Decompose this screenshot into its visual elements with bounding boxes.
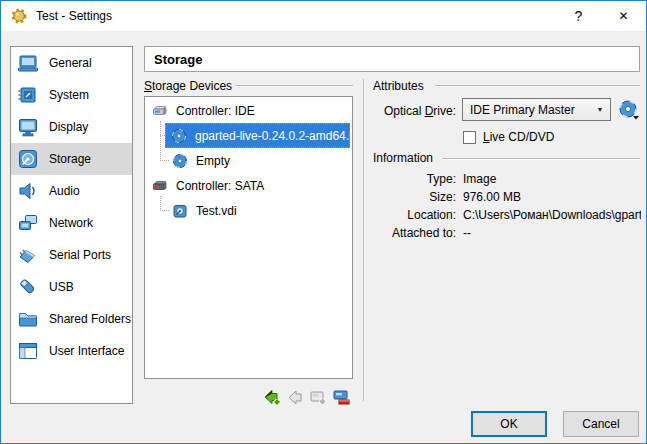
sidebar-item-serial-ports[interactable]: Serial Ports bbox=[11, 239, 132, 271]
tree-item-gparted-iso[interactable]: gparted-live-0.24.0.2-amd64.is... bbox=[165, 123, 350, 148]
usb-icon bbox=[17, 276, 39, 298]
disk-icon bbox=[17, 148, 39, 170]
live-cd-label: Live CD/DVD bbox=[483, 130, 554, 144]
remove-controller-button[interactable] bbox=[331, 387, 351, 407]
sidebar-item-user-interface[interactable]: User Interface bbox=[11, 335, 132, 367]
tree-item-label: Test.vdi bbox=[196, 204, 237, 218]
optical-disc-menu-icon bbox=[618, 99, 640, 121]
close-button[interactable]: ✕ bbox=[601, 1, 646, 30]
chevron-down-icon: ▼ bbox=[590, 106, 610, 113]
add-controller-button[interactable] bbox=[308, 387, 328, 407]
sidebar-item-system[interactable]: System bbox=[11, 79, 132, 111]
ide-controller-icon bbox=[152, 103, 168, 119]
ok-button[interactable]: OK bbox=[471, 411, 547, 437]
titlebar: Test - Settings ? ✕ bbox=[1, 1, 646, 31]
speaker-icon bbox=[17, 180, 39, 202]
help-button[interactable]: ? bbox=[556, 1, 601, 30]
sata-controller-icon bbox=[152, 178, 168, 194]
sidebar-item-display[interactable]: Display bbox=[11, 111, 132, 143]
tree-item-empty-drive[interactable]: Empty bbox=[146, 148, 351, 173]
storage-tree: Controller: IDE gparted-live-0.24.0.2-am… bbox=[144, 96, 353, 379]
hard-disk-icon bbox=[172, 203, 188, 219]
remove-attachment-icon bbox=[286, 388, 305, 407]
info-location-label: Location: bbox=[341, 208, 456, 222]
sidebar-item-label: Storage bbox=[49, 152, 91, 166]
network-icon bbox=[17, 212, 39, 234]
info-location-value: C:\Users\Роман\Downloads\gpart... bbox=[463, 208, 641, 222]
choose-disk-button[interactable] bbox=[617, 98, 641, 122]
computer-icon bbox=[17, 52, 39, 74]
panel-divider bbox=[363, 79, 365, 401]
sidebar-item-usb[interactable]: USB bbox=[11, 271, 132, 303]
tree-item-test-vdi[interactable]: Test.vdi bbox=[146, 198, 351, 223]
sidebar-item-shared-folders[interactable]: Shared Folders bbox=[11, 303, 132, 335]
settings-window: Test - Settings ? ✕ General System Displ… bbox=[0, 0, 647, 444]
serial-plug-icon bbox=[17, 244, 39, 266]
window-icon bbox=[17, 340, 39, 362]
info-type-label: Type: bbox=[341, 172, 456, 186]
information-group-label: Information bbox=[373, 151, 433, 165]
sidebar-item-storage[interactable]: Storage bbox=[11, 143, 132, 175]
sidebar-item-label: Serial Ports bbox=[49, 248, 111, 262]
cancel-button[interactable]: Cancel bbox=[563, 411, 639, 437]
optical-disc-icon bbox=[172, 153, 188, 169]
page-title-box: Storage bbox=[144, 46, 640, 72]
sidebar-item-audio[interactable]: Audio bbox=[11, 175, 132, 207]
sidebar-item-general[interactable]: General bbox=[11, 47, 132, 79]
info-size-label: Size: bbox=[341, 190, 456, 204]
tree-item-controller-sata[interactable]: Controller: SATA bbox=[146, 173, 351, 198]
sidebar-item-label: Shared Folders bbox=[49, 312, 131, 326]
info-attached-value: -- bbox=[463, 226, 641, 240]
add-attachment-button[interactable] bbox=[262, 387, 282, 407]
tree-item-label: Controller: IDE bbox=[176, 104, 255, 118]
optical-disc-icon bbox=[171, 128, 187, 144]
sidebar-item-label: USB bbox=[49, 280, 74, 294]
virtualbox-gear-icon bbox=[11, 8, 27, 24]
optical-drive-label: Optical Drive: bbox=[371, 104, 456, 118]
add-controller-icon bbox=[309, 388, 328, 407]
tree-item-label: gparted-live-0.24.0.2-amd64.is... bbox=[195, 129, 350, 143]
chip-icon bbox=[17, 84, 39, 106]
optical-drive-select[interactable]: IDE Primary Master ▼ bbox=[462, 98, 611, 121]
window-title: Test - Settings bbox=[36, 9, 112, 23]
sidebar-item-label: General bbox=[49, 56, 92, 70]
group-divider bbox=[235, 85, 353, 87]
add-attachment-icon bbox=[263, 388, 282, 407]
remove-attachment-button[interactable] bbox=[285, 387, 305, 407]
info-attached-label: Attached to: bbox=[341, 226, 456, 240]
sidebar-item-label: User Interface bbox=[49, 344, 124, 358]
info-size-value: 976.00 MB bbox=[463, 190, 641, 204]
group-divider bbox=[435, 85, 640, 87]
group-divider bbox=[442, 158, 640, 160]
category-list: General System Display Storage Audio bbox=[10, 46, 133, 404]
optical-drive-value: IDE Primary Master bbox=[463, 103, 590, 117]
tree-item-label: Empty bbox=[196, 154, 230, 168]
attributes-group-label: Attributes bbox=[373, 79, 424, 93]
sidebar-item-label: Audio bbox=[49, 184, 80, 198]
sidebar-item-label: Display bbox=[49, 120, 88, 134]
storage-devices-group-label: Storage Devices bbox=[144, 79, 232, 93]
monitor-icon bbox=[17, 116, 39, 138]
remove-controller-icon bbox=[332, 388, 351, 407]
page-title: Storage bbox=[154, 52, 202, 67]
sidebar-item-label: System bbox=[49, 88, 89, 102]
folder-icon bbox=[17, 308, 39, 330]
info-type-value: Image bbox=[463, 172, 641, 186]
live-cd-checkbox[interactable] bbox=[463, 131, 476, 144]
tree-item-label: Controller: SATA bbox=[176, 179, 264, 193]
sidebar-item-label: Network bbox=[49, 216, 93, 230]
sidebar-item-network[interactable]: Network bbox=[11, 207, 132, 239]
tree-item-controller-ide[interactable]: Controller: IDE bbox=[146, 98, 351, 123]
